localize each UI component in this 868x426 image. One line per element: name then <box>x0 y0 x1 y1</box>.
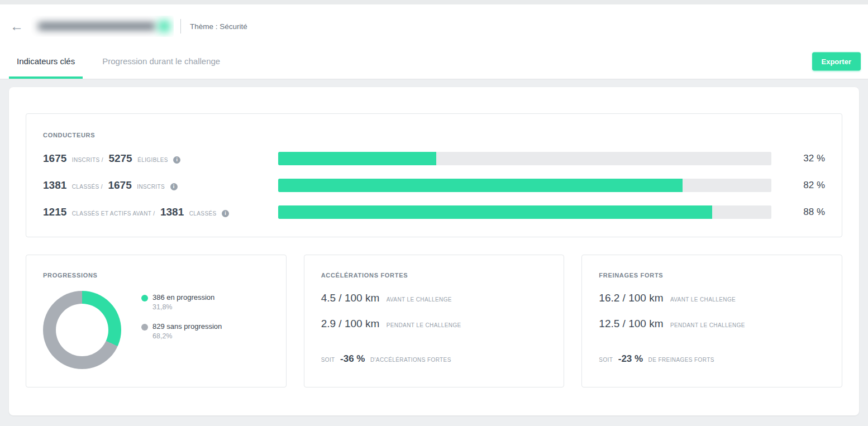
info-icon[interactable]: i <box>170 183 178 190</box>
progress-bar <box>278 179 771 192</box>
header-top: ← Thème : Sécurité <box>0 4 868 44</box>
stat-value: 1675 <box>108 179 131 191</box>
legend-label: 829 sans progression <box>152 322 222 331</box>
tab-progression-challenge[interactable]: Progression durant le challenge <box>94 44 228 79</box>
tab-progression-challenge-label: Progression durant le challenge <box>102 56 220 66</box>
stat-label: PENDANT LE CHALLENGE <box>670 322 745 328</box>
stat-label: AVANT LE CHALLENGE <box>670 296 736 303</box>
stat-label: INSCRITS <box>137 184 165 190</box>
stat-value: 1381 <box>160 206 184 218</box>
main-content: CONDUCTEURS 1675 INSCRITS / 5275 ÉLIGIBL… <box>0 79 868 420</box>
stat-value: 5275 <box>108 152 132 164</box>
freinages-before: 16.2 / 100 km AVANT LE CHALLENGE <box>599 292 825 304</box>
conducteurs-card: CONDUCTEURS 1675 INSCRITS / 5275 ÉLIGIBL… <box>26 113 842 237</box>
progress-bar-fill <box>278 179 683 192</box>
progress-percent: 88 % <box>788 207 825 218</box>
progress-bar-fill <box>278 205 712 219</box>
stat-label: ÉLIGIBLES <box>137 157 168 163</box>
progress-bar <box>278 205 771 219</box>
tab-indicateurs-cles[interactable]: Indicateurs clés <box>9 44 83 79</box>
info-icon[interactable]: i <box>173 156 180 164</box>
summary-suffix: DE FREINAGES FORTS <box>648 357 714 363</box>
stat-value: 12.5 / 100 km <box>599 318 663 329</box>
accelerations-summary: SOIT -36 % D'ACCÉLÉRATIONS FORTES <box>321 353 547 365</box>
stat-value: 1215 <box>43 206 66 218</box>
freinages-card: FREINAGES FORTS 16.2 / 100 km AVANT LE C… <box>581 255 842 387</box>
progress-percent: 32 % <box>788 153 825 164</box>
progressions-body: 386 en progression 31,8% 829 sans progre… <box>43 291 269 369</box>
top-strip <box>0 0 868 4</box>
tabs-row: Indicateurs clés Progression durant le c… <box>0 44 868 79</box>
legend-percent: 31,8% <box>152 303 214 311</box>
accelerations-card: ACCÉLÉRATIONS FORTES 4.5 / 100 km AVANT … <box>304 255 565 387</box>
stat-label: CLASSÉS ET ACTIFS AVANT / <box>72 210 155 217</box>
accelerations-title: ACCÉLÉRATIONS FORTES <box>321 272 547 279</box>
title-separator <box>180 19 181 33</box>
row-stats: 1215 CLASSÉS ET ACTIFS AVANT / 1381 CLAS… <box>43 206 278 218</box>
stat-value: 1381 <box>43 179 66 191</box>
summary-prefix: SOIT <box>599 357 613 363</box>
accelerations-before: 4.5 / 100 km AVANT LE CHALLENGE <box>321 292 547 304</box>
bottom-cards-row: PROGRESSIONS 386 en progression 31,8% <box>26 255 842 387</box>
legend-percent: 68,2% <box>152 332 222 340</box>
summary-delta: -23 % <box>618 353 643 364</box>
redacted-status-dot-blur <box>158 20 170 32</box>
stat-label: CLASSÉS / <box>72 184 103 190</box>
freinages-title: FREINAGES FORTS <box>599 272 825 279</box>
header: ← Thème : Sécurité Indicateurs clés Prog… <box>0 4 868 79</box>
stat-value: 1675 <box>43 152 66 164</box>
info-icon[interactable]: i <box>222 210 229 217</box>
freinages-during: 12.5 / 100 km PENDANT LE CHALLENGE <box>599 318 825 330</box>
export-button[interactable]: Exporter <box>812 52 861 70</box>
conducteurs-title: CONDUCTEURS <box>43 132 825 138</box>
progressions-card: PROGRESSIONS 386 en progression 31,8% <box>26 255 287 387</box>
summary-suffix: D'ACCÉLÉRATIONS FORTES <box>370 357 451 363</box>
legend-item-en-progression: 386 en progression 31,8% <box>141 293 222 311</box>
challenge-title-redacted <box>31 16 174 37</box>
legend-label: 386 en progression <box>152 293 214 301</box>
progressions-donut-chart <box>43 291 121 369</box>
accelerations-during: 2.9 / 100 km PENDANT LE CHALLENGE <box>321 318 547 330</box>
progress-bar-fill <box>278 152 436 165</box>
summary-delta: -36 % <box>340 353 365 364</box>
row-stats: 1381 CLASSÉS / 1675 INSCRITS i <box>43 179 278 192</box>
conducteurs-row-actifs: 1215 CLASSÉS ET ACTIFS AVANT / 1381 CLAS… <box>43 199 825 226</box>
tab-indicateurs-cles-label: Indicateurs clés <box>17 56 75 66</box>
redacted-text-blur <box>38 22 155 30</box>
stat-label: INSCRITS / <box>72 157 103 163</box>
dashboard-card: CONDUCTEURS 1675 INSCRITS / 5275 ÉLIGIBL… <box>9 87 859 415</box>
legend-item-sans-progression: 829 sans progression 68,2% <box>141 322 222 340</box>
freinages-summary: SOIT -23 % DE FREINAGES FORTS <box>599 353 825 365</box>
legend-dot-gray <box>141 324 148 331</box>
stat-value: 2.9 / 100 km <box>321 318 380 329</box>
stat-label: AVANT LE CHALLENGE <box>387 296 452 303</box>
row-stats: 1675 INSCRITS / 5275 ÉLIGIBLES i <box>43 152 278 165</box>
stat-label: PENDANT LE CHALLENGE <box>387 322 461 328</box>
stat-value: 4.5 / 100 km <box>321 292 380 304</box>
stat-label: CLASSÉS <box>189 210 217 217</box>
legend-dot-green <box>141 295 148 301</box>
progress-percent: 82 % <box>788 180 825 191</box>
back-arrow-icon[interactable]: ← <box>10 18 27 35</box>
stat-value: 16.2 / 100 km <box>599 292 663 304</box>
progressions-legend: 386 en progression 31,8% 829 sans progre… <box>141 293 222 351</box>
conducteurs-row-classes: 1381 CLASSÉS / 1675 INSCRITS i 82 % <box>43 172 825 199</box>
theme-label: Thème : Sécurité <box>190 22 247 31</box>
conducteurs-row-inscrits: 1675 INSCRITS / 5275 ÉLIGIBLES i 32 % <box>43 145 825 172</box>
summary-prefix: SOIT <box>321 357 335 363</box>
progress-bar <box>278 152 771 165</box>
progressions-title: PROGRESSIONS <box>43 272 269 279</box>
